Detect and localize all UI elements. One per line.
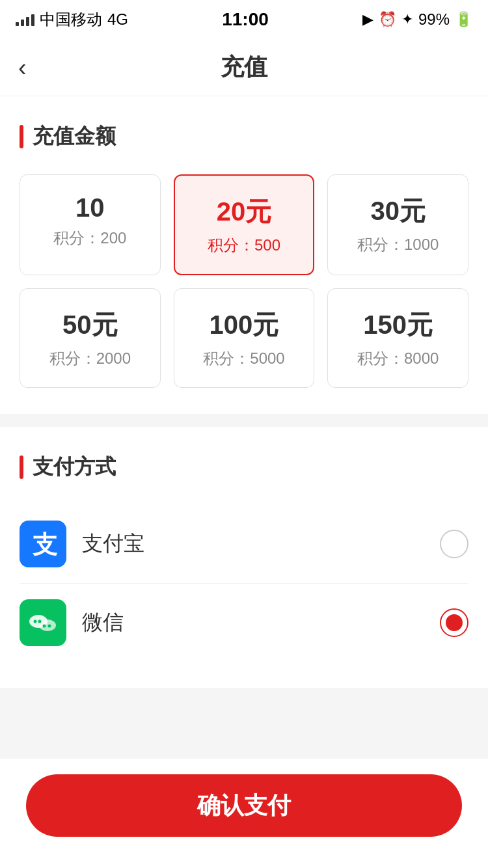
alipay-icon: 支 [20,521,66,567]
location-icon: ▶ [362,11,373,28]
amount-value-2: 20元 [185,194,303,230]
payment-section-title: 支付方式 [33,453,116,481]
svg-point-3 [34,620,37,623]
payment-section: 支付方式 支 支付宝 [0,427,488,688]
wechat-radio[interactable] [440,608,468,637]
status-bar: 中国移动 4G 11:00 ▶ ⏰ ✦ 99% 🔋 [0,0,488,39]
amount-value-4: 50元 [31,307,150,343]
wechat-icon [20,599,66,646]
amount-card-6[interactable]: 150元 积分：8000 [327,288,468,388]
payment-item-wechat[interactable]: 微信 [20,584,468,662]
section-title-bar [20,125,23,148]
bluetooth-icon: ✦ [401,11,413,28]
confirm-button[interactable]: 确认支付 [26,774,462,837]
status-right: ▶ ⏰ ✦ 99% 🔋 [362,10,472,29]
svg-text:支: 支 [32,531,57,558]
amount-card-1[interactable]: 10 积分：200 [20,174,161,275]
svg-point-5 [43,625,46,628]
amount-card-3[interactable]: 30元 积分：1000 [327,174,468,275]
amount-points-6: 积分：8000 [338,348,457,369]
amount-section-title: 充值金额 [33,122,116,151]
time-label: 11:00 [222,9,269,30]
payment-section-header: 支付方式 [20,453,468,481]
amount-points-1: 积分：200 [31,228,150,249]
payment-item-alipay[interactable]: 支 支付宝 [20,505,468,584]
wechat-label: 微信 [82,608,440,637]
status-left: 中国移动 4G [16,9,128,30]
back-button[interactable]: ‹ [18,55,27,80]
carrier-label: 中国移动 [40,9,102,30]
battery-icon: 🔋 [455,11,472,28]
alipay-label: 支付宝 [82,530,440,558]
svg-point-4 [38,620,42,623]
amount-value-6: 150元 [338,307,457,343]
amount-card-4[interactable]: 50元 积分：2000 [20,288,161,388]
alipay-radio[interactable] [440,530,468,558]
battery-label: 99% [418,10,450,29]
amount-section-header: 充值金额 [20,122,468,151]
page-title: 充值 [221,51,267,83]
signal-icon [16,13,34,26]
amount-value-5: 100元 [185,307,304,343]
amount-points-2: 积分：500 [185,235,303,256]
amount-points-3: 积分：1000 [338,234,457,255]
amount-section: 充值金额 10 积分：200 20元 积分：500 30元 积分：1000 50… [0,96,488,414]
amount-card-5[interactable]: 100元 积分：5000 [174,288,315,388]
svg-point-6 [48,625,51,628]
payment-title-bar [20,455,23,479]
amount-value-3: 30元 [338,193,457,229]
network-label: 4G [107,10,128,29]
nav-bar: ‹ 充值 [0,39,488,96]
amount-points-5: 积分：5000 [185,348,304,369]
bottom-area: 确认支付 [0,759,488,868]
amount-value-1: 10 [31,193,150,223]
svg-point-2 [39,619,56,631]
amount-card-2[interactable]: 20元 积分：500 [174,174,315,275]
amount-points-4: 积分：2000 [31,348,150,369]
alarm-icon: ⏰ [379,11,396,28]
amount-grid: 10 积分：200 20元 积分：500 30元 积分：1000 50元 积分：… [20,174,468,388]
wechat-radio-inner [446,614,463,631]
